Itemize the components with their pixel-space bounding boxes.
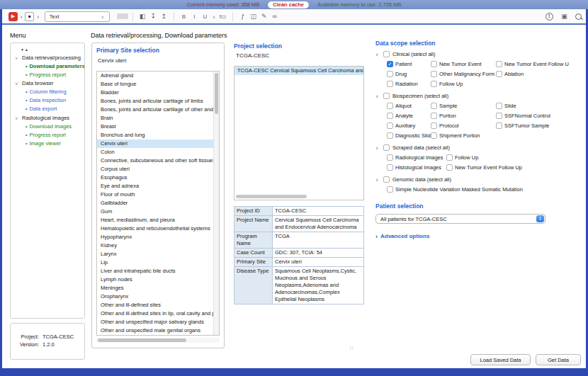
tree-group-radiological-images[interactable]: ∨ Radiological images — [15, 115, 82, 121]
chevron-down-icon[interactable]: ∨ — [36, 14, 39, 19]
checkbox-analyte[interactable]: Analyte — [387, 112, 431, 119]
tree-group-data-browser[interactable]: ∨ Data browser — [15, 80, 82, 86]
checkbox-other-malignancy-form[interactable]: Other Malignancy Form — [431, 70, 496, 77]
menu-item-download-images[interactable]: • Download images — [26, 123, 82, 130]
menu-item-progress-report-2[interactable]: • Progress report — [26, 132, 82, 138]
primary-site-option[interactable]: Corpus uteri — [97, 165, 219, 173]
checkbox-clinical-select-all[interactable] — [383, 51, 390, 57]
primary-site-option-selected[interactable]: Cervix uteri — [97, 139, 219, 148]
primary-site-option[interactable]: Heart, mediastinum, and pleura — [97, 216, 219, 224]
checkbox-aliquot[interactable]: Aliquot — [387, 102, 431, 109]
get-data-button[interactable]: Get Data — [536, 354, 581, 365]
scrollbar-thumb[interactable] — [236, 195, 307, 198]
primary-site-option[interactable]: Floor of mouth — [97, 190, 219, 199]
horizontal-scrollbar[interactable] — [96, 338, 220, 343]
primary-site-option[interactable]: Lip — [97, 258, 219, 267]
frame-icon[interactable]: ◧ — [137, 13, 148, 20]
primary-site-option[interactable]: Other and unspecified male genital organ… — [97, 326, 219, 335]
menu-item-progress-report[interactable]: • Progress report — [26, 72, 82, 78]
project-option-selected[interactable]: TCGA-CESC Cervical Squamous Cell Carcino… — [234, 67, 363, 75]
checkbox-protocol[interactable]: Protocol — [431, 122, 496, 129]
checkbox-follow-up[interactable]: Follow Up — [431, 80, 496, 87]
primary-site-option[interactable]: Other and unspecified major salivary gla… — [97, 318, 219, 326]
primary-site-option[interactable]: Brain — [97, 114, 219, 123]
align-up-icon[interactable]: ↥ — [159, 13, 169, 20]
primary-site-option[interactable]: Larynx — [97, 250, 219, 258]
checkbox-portion[interactable]: Portion — [431, 112, 496, 119]
checkbox-sample[interactable]: Sample — [431, 102, 496, 109]
primary-site-option[interactable]: Lymph nodes — [97, 275, 219, 284]
primary-site-option[interactable]: Bones, joints and articular cartilage of… — [97, 97, 219, 106]
primary-site-option[interactable]: Bronchus and lung — [97, 131, 219, 139]
primary-site-option[interactable]: Meninges — [97, 284, 219, 292]
checkbox-ssf-tumor-sample[interactable]: SSFTumor Sample — [496, 122, 582, 129]
primary-site-option[interactable]: Bladder — [97, 89, 219, 97]
vertical-scrollbar[interactable] — [213, 72, 219, 335]
checkbox-ablation[interactable]: Ablation — [496, 70, 582, 77]
primary-site-option[interactable]: Connective, subcutaneous and other soft … — [97, 156, 219, 165]
chevron-down-icon[interactable]: ∨ — [15, 55, 20, 60]
patient-selection-dropdown[interactable]: All patients for TCGA-CESC ▲ ▼ — [375, 214, 545, 224]
checkbox-genomic-select-all[interactable] — [383, 176, 390, 183]
primary-site-option[interactable]: Other and ill-defined sites — [97, 301, 219, 309]
underline-icon[interactable]: U — [200, 13, 210, 20]
resize-grip[interactable]: ∷ — [350, 346, 353, 352]
chevron-down-icon[interactable]: ∨ — [375, 145, 380, 150]
scrollbar-thumb[interactable] — [98, 338, 186, 342]
function-icon[interactable]: ƒ — [237, 13, 248, 20]
chevron-down-icon[interactable]: ∨ — [375, 93, 380, 98]
upload-icon[interactable]: ↥ — [545, 13, 553, 21]
checkbox-new-tumor-event[interactable]: New Tumor Event — [431, 60, 496, 67]
primary-site-option[interactable]: Gallbladder — [97, 199, 219, 207]
run-button[interactable]: ▶ — [9, 12, 18, 21]
primary-site-option[interactable]: Adrenal gland — [97, 72, 219, 80]
checkbox-slide[interactable]: Slide — [496, 102, 582, 109]
checkbox-ssf-normal-control[interactable]: SSFNormal Control — [496, 112, 582, 119]
primary-site-option[interactable]: Eye and adnexa — [97, 182, 219, 190]
chevron-down-icon[interactable]: ∨ — [213, 14, 215, 19]
menu-item-image-viewer[interactable]: • Image viewer — [26, 140, 82, 147]
primary-site-option[interactable]: Base of tongue — [97, 80, 219, 89]
chevron-down-icon[interactable]: ∨ — [15, 115, 20, 120]
menu-item-data-export[interactable]: • Data export — [26, 106, 82, 112]
checkbox-radiation[interactable]: Radiation — [387, 80, 431, 87]
checkbox-histological-images[interactable]: Histological Images — [387, 164, 446, 171]
chevron-down-icon[interactable]: ∨ — [375, 52, 380, 57]
sort-icons[interactable]: ▼▲ — [21, 47, 82, 52]
stepper-icon[interactable]: ▲ ▼ — [536, 215, 544, 222]
checkbox-drug[interactable]: Drug — [387, 70, 431, 77]
checkbox-patient[interactable]: ✓Patient — [387, 60, 431, 67]
primary-site-option[interactable]: Colon — [97, 148, 219, 156]
media-icon[interactable]: ◫ — [248, 13, 259, 20]
primary-site-option[interactable]: Hematopoietic and reticuloendothelial sy… — [97, 224, 219, 233]
pencil-icon[interactable]: ✎ — [259, 13, 269, 20]
primary-site-option[interactable]: Oropharynx — [97, 292, 219, 301]
checkbox-biospecimen-select-all[interactable] — [383, 93, 390, 99]
checkbox-diagnostic-slide[interactable]: Diagnostic Slide — [387, 132, 431, 139]
checkbox-scraped-select-all[interactable] — [383, 144, 390, 151]
primary-site-option[interactable]: Esophagus — [97, 173, 219, 182]
checkbox-radiological-images[interactable]: Radiological Images — [387, 154, 446, 161]
field-icon[interactable]: f▭ — [217, 13, 228, 20]
bold-icon[interactable]: B — [179, 13, 189, 20]
checkbox-auxiliary[interactable]: Auxiliary — [387, 122, 431, 129]
chevron-down-icon[interactable]: ∨ — [20, 14, 23, 19]
italic-icon[interactable]: I — [189, 13, 200, 20]
load-saved-data-button[interactable]: Load Saved Data — [470, 354, 531, 365]
tree-group-data-retrieval[interactable]: ∨ Data retrieval/processing — [15, 55, 82, 61]
checkbox-scraped-follow-up[interactable]: Follow Up — [446, 154, 582, 161]
menu-item-column-filtering[interactable]: • Column filtering — [26, 89, 82, 95]
align-down-icon[interactable]: ↧ — [148, 13, 159, 20]
primary-site-option[interactable]: Kidney — [97, 241, 219, 250]
chevron-down-icon[interactable]: ∨ — [15, 81, 20, 86]
checkbox-new-tumor-event-follow-up-scraped[interactable]: New Tumor Event Follow Up — [446, 164, 582, 171]
window-icon[interactable]: ▣ — [559, 13, 570, 20]
scrollbar-thumb[interactable] — [215, 73, 218, 114]
checkbox-simple-nucleotide-variation[interactable]: Simple Nucleotide Variation Masked Somat… — [387, 186, 582, 193]
shape-button[interactable]: ■ — [25, 12, 34, 21]
clean-cache-button[interactable]: Clean cache — [268, 1, 309, 8]
advanced-options-toggle[interactable]: › Advanced options — [375, 233, 582, 239]
primary-site-option[interactable]: Hypopharynx — [97, 233, 219, 241]
primary-site-option[interactable]: Gum — [97, 207, 219, 216]
search-icon[interactable] — [575, 13, 582, 20]
